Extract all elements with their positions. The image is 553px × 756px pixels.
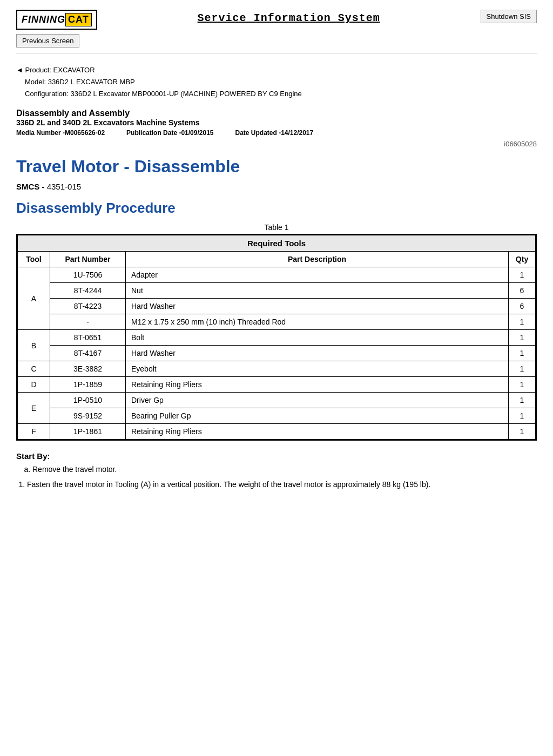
config-line: Configuration: 336D2 L Excavator MBP0000… <box>16 88 537 100</box>
tool-cell: C <box>18 361 50 377</box>
table-main-header: Required Tools <box>18 235 536 252</box>
start-by-section: Start By: Remove the travel motor. Faste… <box>0 441 553 490</box>
product-arrow: ◄ <box>16 66 23 74</box>
table-row: C3E-3882Eyebolt1 <box>18 361 536 377</box>
start-by-title: Start By: <box>16 451 537 461</box>
col-qty-header: Qty <box>509 252 536 267</box>
table-row: B8T-0651Bolt1 <box>18 330 536 346</box>
tool-cell: E <box>18 393 50 424</box>
tool-cell: D <box>18 377 50 393</box>
qty-cell: 1 <box>509 424 536 440</box>
header: FINNING CAT Service Information System S… <box>0 0 553 30</box>
smcs-line: SMCS - 4351-015 <box>0 177 553 191</box>
tools-table-wrapper: Required Tools Tool Part Number Part Des… <box>16 234 537 441</box>
part-number-cell: 1P-1861 <box>50 424 126 440</box>
part-number-cell: 8T-0651 <box>50 330 126 346</box>
qty-cell: 1 <box>509 393 536 408</box>
page-title: Travel Motor - Disassemble <box>0 148 553 177</box>
table-caption: Table 1 <box>16 223 537 232</box>
numbered-step-1-text: Fasten the travel motor in Tooling (A) i… <box>27 480 430 489</box>
table-body: A1U-7506Adapter18T-4244Nut68T-4223Hard W… <box>18 267 536 440</box>
doc-meta: Media Number -M0065626-02 Publication Da… <box>16 129 537 137</box>
part-description-cell: Nut <box>126 283 509 299</box>
product-info: ◄ Product: EXCAVATOR Model: 336D2 L EXCA… <box>0 59 553 100</box>
qty-cell: 1 <box>509 408 536 424</box>
qty-cell: 1 <box>509 346 536 361</box>
start-by-text-a: Remove the travel motor. <box>32 465 117 474</box>
ref-id: i06605028 <box>0 137 553 148</box>
qty-cell: 1 <box>509 314 536 330</box>
qty-cell: 1 <box>509 377 536 393</box>
part-description-cell: Bearing Puller Gp <box>126 408 509 424</box>
table-row: -M12 x 1.75 x 250 mm (10 inch) Threaded … <box>18 314 536 330</box>
numbered-steps-list: Fasten the travel motor in Tooling (A) i… <box>16 479 537 490</box>
table-row: 9S-9152Bearing Puller Gp1 <box>18 408 536 424</box>
smcs-value: 4351-015 <box>47 182 81 191</box>
shutdown-button[interactable]: Shutdown SIS <box>481 10 537 23</box>
part-description-cell: Retaining Ring Pliers <box>126 377 509 393</box>
required-tools-table: Required Tools Tool Part Number Part Des… <box>17 235 536 440</box>
part-description-cell: Bolt <box>126 330 509 346</box>
part-description-cell: M12 x 1.75 x 250 mm (10 inch) Threaded R… <box>126 314 509 330</box>
config-value: 336D2 L Excavator MBP00001-UP (MACHINE) … <box>71 90 302 98</box>
model-line: Model: 336D2 L EXCAVATOR MBP <box>16 76 537 88</box>
col-part-description-header: Part Description <box>126 252 509 267</box>
previous-screen-button[interactable]: Previous Screen <box>16 34 79 48</box>
table-row: A1U-7506Adapter1 <box>18 267 536 283</box>
part-description-cell: Hard Washer <box>126 346 509 361</box>
numbered-step-1: Fasten the travel motor in Tooling (A) i… <box>27 479 537 490</box>
tool-cell: A <box>18 267 50 330</box>
part-description-cell: Eyebolt <box>126 361 509 377</box>
doc-date-updated: Date Updated -14/12/2017 <box>235 129 313 137</box>
part-number-cell: 3E-3882 <box>50 361 126 377</box>
col-tool-header: Tool <box>18 252 50 267</box>
document-section: Disassembly and Assembly 336D 2L and 340… <box>0 100 553 137</box>
model-value: 336D2 L EXCAVATOR MBP <box>48 78 135 86</box>
logo-area: FINNING CAT <box>16 10 97 30</box>
product-value: EXCAVATOR <box>53 66 95 74</box>
col-part-number-header: Part Number <box>50 252 126 267</box>
table-row: D1P-1859Retaining Ring Pliers1 <box>18 377 536 393</box>
part-description-cell: Hard Washer <box>126 299 509 314</box>
start-by-item-a: Remove the travel motor. <box>32 465 537 474</box>
table-row: E1P-0510Driver Gp1 <box>18 393 536 408</box>
part-number-cell: 8T-4223 <box>50 299 126 314</box>
part-number-cell: 1P-1859 <box>50 377 126 393</box>
logo-box: FINNING CAT <box>16 10 97 30</box>
qty-cell: 6 <box>509 299 536 314</box>
service-info-title: Service Information System <box>198 12 380 24</box>
part-number-cell: - <box>50 314 126 330</box>
part-number-cell: 9S-9152 <box>50 408 126 424</box>
qty-cell: 1 <box>509 361 536 377</box>
doc-title-sub: 336D 2L and 340D 2L Excavators Machine S… <box>16 118 537 127</box>
cat-logo: CAT <box>65 13 92 26</box>
prev-screen-area: Previous Screen <box>0 30 553 48</box>
table-col-header-row: Tool Part Number Part Description Qty <box>18 252 536 267</box>
part-number-cell: 1U-7506 <box>50 267 126 283</box>
qty-cell: 1 <box>509 330 536 346</box>
start-by-list: Remove the travel motor. <box>16 465 537 474</box>
part-description-cell: Retaining Ring Pliers <box>126 424 509 440</box>
doc-media-number: Media Number -M0065626-02 <box>16 129 105 137</box>
part-number-cell: 8T-4167 <box>50 346 126 361</box>
qty-cell: 6 <box>509 283 536 299</box>
finning-logo: FINNING <box>22 14 65 25</box>
divider <box>16 53 537 53</box>
tool-cell: B <box>18 330 50 361</box>
table-row: F1P-1861Retaining Ring Pliers1 <box>18 424 536 440</box>
table-header-row: Required Tools <box>18 235 536 252</box>
section-title: Disassembly Procedure <box>0 191 553 217</box>
part-description-cell: Driver Gp <box>126 393 509 408</box>
product-line: ◄ Product: EXCAVATOR <box>16 64 537 76</box>
part-number-cell: 8T-4244 <box>50 283 126 299</box>
table-row: 8T-4223Hard Washer6 <box>18 299 536 314</box>
model-label: Model: <box>25 78 46 86</box>
header-center: Service Information System <box>97 10 481 24</box>
doc-pub-date: Publication Date -01/09/2015 <box>126 129 213 137</box>
part-description-cell: Adapter <box>126 267 509 283</box>
config-label: Configuration: <box>25 90 69 98</box>
shutdown-btn-wrapper: Shutdown SIS <box>481 10 537 23</box>
part-number-cell: 1P-0510 <box>50 393 126 408</box>
product-label: Product: <box>25 66 51 74</box>
table-row: 8T-4244Nut6 <box>18 283 536 299</box>
